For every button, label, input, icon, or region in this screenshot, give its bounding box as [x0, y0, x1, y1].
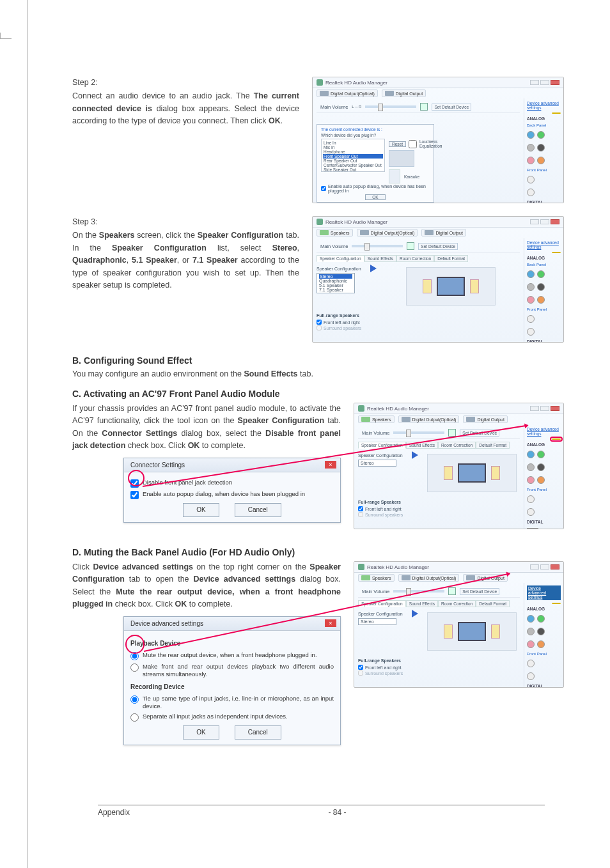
mute-icon[interactable] — [448, 429, 456, 437]
t: on the top right corner on the — [193, 562, 309, 571]
volume-slider[interactable] — [352, 245, 403, 247]
l: Digital Output(Optical) — [412, 417, 457, 422]
l: Speakers — [372, 576, 391, 580]
subtab-room[interactable]: Room Correction — [438, 442, 476, 449]
opt[interactable]: 5.1 Speaker — [319, 283, 352, 288]
play-icon[interactable] — [412, 451, 418, 459]
config-select[interactable]: Stereo — [358, 618, 396, 625]
subtab-fmt[interactable]: Default Format — [434, 255, 468, 262]
close-icon[interactable]: × — [325, 619, 336, 627]
reset-button[interactable]: Reset — [389, 141, 406, 147]
screenshot-section-c: Realtek HD Audio Manager Speakers Digita… — [354, 403, 564, 529]
tab-digital[interactable]: Digital Output — [382, 89, 426, 97]
cancel-button[interactable]: Cancel — [235, 503, 281, 517]
cancel-button[interactable]: Cancel — [235, 725, 281, 740]
mute-icon[interactable] — [420, 103, 428, 111]
tab-digital-optical[interactable]: Digital Output(Optical) — [398, 574, 460, 582]
section-c-title: C. Activating an AC'97 Front Panel Audio… — [72, 389, 564, 399]
ok-button[interactable]: OK — [183, 503, 219, 517]
tie-jacks-radio[interactable] — [130, 695, 139, 704]
subtab-fmt[interactable]: Default Format — [476, 442, 510, 449]
tab-digital-optical[interactable]: Digital Output(Optical) — [398, 415, 460, 423]
front-panel-label: Front Panel — [527, 168, 561, 172]
subtab-fx[interactable]: Sound Effects — [406, 442, 438, 449]
opt[interactable]: Rear Speaker Out — [323, 159, 383, 163]
set-default-button[interactable]: Set Default Device — [460, 588, 499, 595]
window-controls[interactable] — [530, 80, 559, 85]
l: Digital Output — [396, 91, 423, 96]
separate-streams-radio[interactable] — [130, 663, 139, 672]
tab-speakers[interactable]: Speakers — [358, 415, 395, 423]
mute-rear-radio[interactable] — [130, 652, 139, 660]
set-default-button[interactable]: Set Default Device — [432, 104, 471, 111]
tab-speakers[interactable]: Speakers — [317, 229, 353, 236]
subtab-fx[interactable]: Sound Effects — [406, 600, 438, 607]
front-lr-check[interactable] — [358, 506, 363, 511]
subtab-config[interactable]: Speaker Configuration — [317, 255, 364, 262]
subtab-fmt[interactable]: Default Format — [476, 600, 510, 607]
ok-button[interactable]: OK — [183, 725, 219, 740]
opt[interactable]: Center/Subwoofer Speaker Out — [323, 163, 383, 167]
tool-icon-highlighted[interactable] — [552, 438, 561, 440]
l: Separate all input jacks as independent … — [143, 713, 288, 720]
window-controls[interactable] — [530, 406, 559, 411]
device-advanced-link[interactable]: Device advanced settings — [527, 240, 561, 249]
autopop-check[interactable] — [130, 491, 139, 499]
separate-jacks-radio[interactable] — [130, 713, 139, 722]
volume-slider[interactable] — [393, 590, 444, 593]
tab-speakers[interactable]: Speakers — [358, 574, 395, 582]
t: list, select — [207, 244, 272, 252]
config-label: Speaker Configuration — [358, 453, 404, 458]
opt[interactable]: Headphone — [323, 150, 383, 154]
b: OK — [175, 600, 187, 608]
set-default-button[interactable]: Set Default Device — [460, 430, 499, 437]
disable-fp-check[interactable] — [130, 479, 139, 488]
subtab-room[interactable]: Room Correction — [396, 255, 434, 262]
subtab-config[interactable]: Speaker Configuration — [358, 442, 406, 449]
mute-icon[interactable] — [448, 587, 456, 595]
autopop-check[interactable] — [321, 186, 326, 191]
subtab-fx[interactable]: Sound Effects — [364, 255, 396, 262]
loudness-check[interactable] — [409, 140, 417, 148]
tab-digital-optical[interactable]: Digital Output(Optical) — [357, 229, 418, 236]
volume-slider[interactable] — [365, 105, 416, 108]
window-controls[interactable] — [530, 219, 559, 224]
front-lr-check[interactable] — [358, 665, 363, 670]
device-list[interactable]: Line In Mic In Headphone Front Speaker O… — [321, 139, 385, 172]
opt[interactable]: Stereo — [319, 274, 352, 279]
set-default-button[interactable]: Set Default Device — [418, 243, 458, 250]
opt[interactable]: Mic In — [323, 145, 383, 150]
window-controls[interactable] — [530, 564, 559, 570]
t: screen, click the — [134, 231, 197, 240]
tab-digital-optical[interactable]: Digital Output(Optical) — [317, 89, 378, 97]
play-icon[interactable] — [412, 610, 418, 617]
device-advanced-link[interactable]: Device advanced settings — [527, 101, 561, 110]
analog-label: ANALOG — [527, 607, 561, 611]
tab-digital[interactable]: Digital Output — [421, 229, 465, 236]
play-icon[interactable] — [370, 265, 377, 272]
tool-icon[interactable] — [552, 252, 561, 253]
volume-slider[interactable] — [393, 431, 444, 434]
config-select[interactable]: Stereo Quadraphonic 5.1 Speaker 7.1 Spea… — [317, 273, 355, 293]
config-select[interactable]: Stereo — [358, 460, 396, 467]
tool-icon[interactable] — [552, 112, 561, 114]
subtab-config[interactable]: Speaker Configuration — [358, 600, 406, 607]
opt[interactable]: Line In — [323, 141, 383, 145]
tab-digital[interactable]: Digital Output — [463, 574, 507, 582]
dlg-ok-button[interactable]: OK — [365, 194, 385, 200]
mute-icon[interactable] — [407, 242, 414, 250]
device-advanced-link-highlighted[interactable]: Device advanced settings — [527, 585, 561, 600]
subtab-room[interactable]: Room Correction — [438, 600, 476, 607]
front-lr-check[interactable] — [317, 320, 322, 325]
device-advanced-link[interactable]: Device advanced settings — [527, 427, 561, 436]
close-icon[interactable]: × — [325, 461, 336, 469]
opt[interactable]: Quadraphonic — [319, 279, 352, 283]
opt-selected[interactable]: Front Speaker Out — [323, 154, 383, 159]
tab-digital[interactable]: Digital Output — [463, 415, 507, 423]
tool-icon[interactable] — [552, 603, 561, 604]
l: Speakers — [372, 417, 391, 422]
opt[interactable]: 7.1 Speaker — [319, 288, 352, 292]
t: to complete. — [199, 441, 246, 450]
opt[interactable]: Side Speaker Out — [323, 167, 383, 172]
l: Digital Output — [477, 417, 504, 422]
